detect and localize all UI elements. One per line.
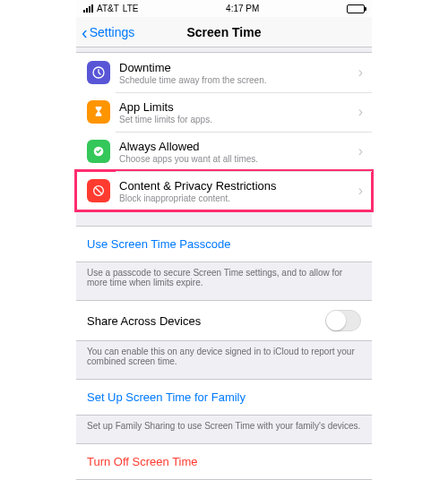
row-downtime[interactable]: Downtime Schedule time away from the scr… xyxy=(76,53,372,92)
share-label: Share Across Devices xyxy=(87,314,201,328)
check-badge-icon xyxy=(87,140,110,163)
clock: 4:17 PM xyxy=(226,4,259,13)
no-entry-icon xyxy=(87,179,110,202)
passcode-footer: Use a passcode to secure Screen Time set… xyxy=(76,262,372,300)
hourglass-icon xyxy=(87,100,110,124)
carrier-label: AT&T xyxy=(97,4,119,13)
row-subtitle: Set time limits for apps. xyxy=(119,115,353,124)
back-button[interactable]: ‹ Settings xyxy=(82,23,134,41)
chevron-right-icon: › xyxy=(358,64,363,81)
setup-family-button[interactable]: Set Up Screen Time for Family xyxy=(76,380,372,415)
row-title: Content & Privacy Restrictions xyxy=(119,179,353,193)
row-subtitle: Block inappropriate content. xyxy=(119,193,353,203)
share-toggle[interactable] xyxy=(325,310,361,331)
row-subtitle: Schedule time away from the screen. xyxy=(119,75,353,85)
battery-icon xyxy=(347,4,365,13)
row-app-limits[interactable]: App Limits Set time limits for apps. › xyxy=(76,92,372,132)
chevron-right-icon: › xyxy=(358,183,363,199)
row-title: Downtime xyxy=(119,61,353,74)
network-label: LTE xyxy=(123,4,139,13)
chevron-left-icon: ‹ xyxy=(82,23,88,41)
row-title: App Limits xyxy=(119,100,353,114)
use-passcode-button[interactable]: Use Screen Time Passcode xyxy=(76,227,372,261)
turn-off-button[interactable]: Turn Off Screen Time xyxy=(76,444,372,479)
family-footer: Set up Family Sharing to use Screen Time… xyxy=(76,416,372,443)
nav-bar: ‹ Settings Screen Time xyxy=(76,17,372,47)
row-subtitle: Choose apps you want at all times. xyxy=(119,154,353,164)
row-content-privacy[interactable]: Content & Privacy Restrictions Block ina… xyxy=(76,171,372,210)
row-title: Always Allowed xyxy=(119,140,353,153)
chevron-right-icon: › xyxy=(358,104,363,120)
downtime-icon xyxy=(87,61,110,84)
svg-line-3 xyxy=(96,188,102,194)
status-bar: AT&T LTE 4:17 PM xyxy=(76,0,372,17)
share-across-devices-row: Share Across Devices xyxy=(76,301,372,340)
signal-icon xyxy=(83,4,93,13)
chevron-right-icon: › xyxy=(358,143,363,159)
row-always-allowed[interactable]: Always Allowed Choose apps you want at a… xyxy=(76,132,372,171)
features-section: Downtime Schedule time away from the scr… xyxy=(76,52,372,211)
share-footer: You can enable this on any device signed… xyxy=(76,341,372,379)
back-label: Settings xyxy=(90,25,135,39)
